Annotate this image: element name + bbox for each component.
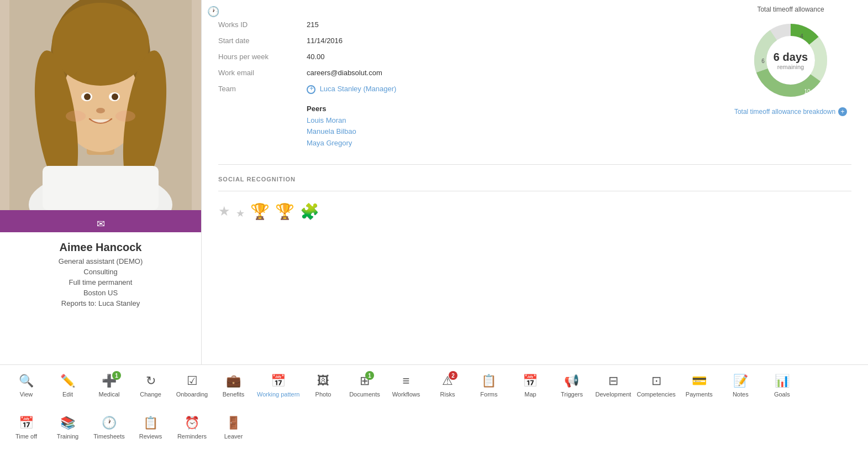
toolbar-item-benefits[interactable]: 💼Benefits [213,369,254,403]
peer-1[interactable]: Louis Moran [307,115,851,127]
work-email-label: Work email [218,65,307,81]
toolbar-label-working-pattern: Working pattern [257,390,299,398]
toolbar-label-timesheets: Timesheets [93,432,124,440]
toolbar-item-map[interactable]: 📅Map [509,369,551,403]
history-icon[interactable]: 🕐 [207,6,219,18]
toolbar-item-edit[interactable]: ✏️Edit [47,369,88,403]
toolbar-icon-photo: 🖼 [317,374,329,388]
trophy-icon-2: 🏆 [275,202,294,221]
star-icon-1: ★ [218,203,230,219]
team-label: Team [218,81,307,98]
team-add-icon[interactable]: + [307,85,315,94]
manager-name[interactable]: Luca Stanley (Manager) [320,85,397,93]
toolbar-icon-view: 🔍 [19,374,34,388]
toolbar-icon-triggers: 📢 [564,374,579,388]
svg-point-14 [66,111,86,122]
photo-placeholder [0,0,201,210]
toolbar-label-time-off: Time off [15,432,37,440]
toolbar-icon-development: ⊟ [608,374,618,388]
email-icon: ✉ [97,218,105,230]
svg-point-15 [115,111,135,122]
person-silhouette [9,0,192,210]
toolbar-label-onboarding: Onboarding [176,390,208,398]
toolbar-item-workflows[interactable]: ≡Workflows [385,369,427,403]
toolbar-item-leaver[interactable]: 🚪Leaver [213,411,254,445]
donut-remaining-label: remaining [774,64,808,70]
toolbar-item-notes[interactable]: 📝Notes [720,369,761,403]
toolbar-label-change: Change [140,390,161,398]
toolbar-item-documents[interactable]: ⊞1Documents [344,369,385,403]
toolbar-icon-leaver: 🚪 [226,416,241,430]
donut-center: 6 days remaining [774,51,808,70]
works-id-label: Works ID [218,17,307,33]
peer-2: Manuela Bilbao [307,126,851,138]
chart-breakdown-plus-icon[interactable]: + [838,107,847,116]
toolbar-item-onboarding[interactable]: ☑Onboarding [171,369,213,403]
sidebar: ✉ Aimee Hancock General assistant (DEMO)… [0,0,202,364]
start-date-label: Start date [218,33,307,49]
toolbar-icon-training: 📚 [60,416,75,430]
badge-medical: 1 [112,371,121,380]
toolbar-item-change[interactable]: ↻Change [130,369,171,403]
toolbar-label-photo: Photo [315,390,332,398]
toolbar-icon-medical: ➕1 [102,374,117,388]
timeoff-chart-section: Total timeoff allowance 4 6 10 [730,6,851,116]
email-button[interactable]: ✉ [0,210,201,232]
toolbar-icon-reminders: ⏰ [185,416,199,430]
toolbar-label-edit: Edit [62,390,73,398]
toolbar-item-photo[interactable]: 🖼Photo [302,369,344,403]
profile-name: Aimee Hancock [59,241,143,254]
toolbar-label-risks: Risks [440,390,455,398]
toolbar-label-reminders: Reminders [177,432,207,440]
toolbar-icon-benefits: 💼 [226,374,241,388]
toolbar-label-medical: Medical [99,390,120,398]
toolbar-item-competencies[interactable]: ⊡Competencies [634,369,678,403]
toolbar-label-map: Map [524,390,536,398]
toolbar-item-risks[interactable]: ⚠2Risks [427,369,468,403]
donut-days: 6 days [774,51,808,64]
toolbar-icon-goals: 📊 [775,374,790,388]
social-icons-row: ★ ★ 🏆 🏆 🧩 [218,202,851,221]
toolbar-label-training: Training [57,432,78,440]
toolbar-icon-map: 📅 [523,374,538,388]
toolbar-icon-forms: 📋 [481,374,496,388]
toolbar-label-documents: Documents [349,390,380,398]
badge-risks: 2 [449,371,457,380]
toolbar-label-triggers: Triggers [561,390,583,398]
puzzle-icon: 🧩 [300,202,319,221]
main-area: ✉ Aimee Hancock General assistant (DEMO)… [0,0,868,364]
toolbar-item-view[interactable]: 🔍View [6,369,47,403]
toolbar-icon-documents: ⊞1 [360,374,370,388]
toolbar-item-working-pattern[interactable]: 📅Working pattern [254,369,302,403]
chart-breakdown-link[interactable]: Total timeoff allowance breakdown + [730,107,851,116]
chart-breakdown-label: Total timeoff allowance breakdown [734,108,835,116]
profile-department: Consulting [59,268,143,276]
toolbar-item-reminders[interactable]: ⏰Reminders [171,411,213,445]
star-icon-2: ★ [236,207,245,220]
toolbar-item-timesheets[interactable]: 🕐Timesheets [88,411,130,445]
peer-3[interactable]: Maya Gregory [307,138,851,149]
toolbar-item-forms[interactable]: 📋Forms [468,369,509,403]
profile-reports-to: Reports to: Luca Stanley [59,299,143,307]
content-area: 🕐 Works ID 215 Start date 11/14/2016 Hou… [202,0,868,364]
toolbar-icon-risks: ⚠2 [442,374,453,388]
toolbar-item-reviews[interactable]: 📋Reviews [130,411,171,445]
toolbar-item-goals[interactable]: 📊Goals [761,369,803,403]
toolbar-item-time-off[interactable]: 📅Time off [6,411,47,445]
toolbar-icon-payments: 💳 [692,374,707,388]
toolbar-icon-edit: ✏️ [60,374,75,388]
svg-point-9 [84,93,91,100]
donut-chart: 4 6 10 6 days remaining [749,19,832,102]
bottom-toolbar: 🔍View✏️Edit➕1Medical↻Change☑Onboarding💼B… [0,364,868,475]
toolbar-item-training[interactable]: 📚Training [47,411,88,445]
toolbar-item-payments[interactable]: 💳Payments [678,369,720,403]
toolbar-item-development[interactable]: ⊟Development [592,369,634,403]
toolbar-item-medical[interactable]: ➕1Medical [88,369,130,403]
svg-point-11 [96,108,105,113]
chart-title: Total timeoff allowance [730,6,851,13]
toolbar-item-triggers[interactable]: 📢Triggers [551,369,592,403]
toolbar-icon-competencies: ⊡ [651,374,661,388]
toolbar-icon-change: ↻ [146,374,156,388]
toolbar-row-2: 📅Time off📚Training🕐Timesheets📋Reviews⏰Re… [6,407,862,449]
profile-photo-container: ✉ [0,0,201,232]
